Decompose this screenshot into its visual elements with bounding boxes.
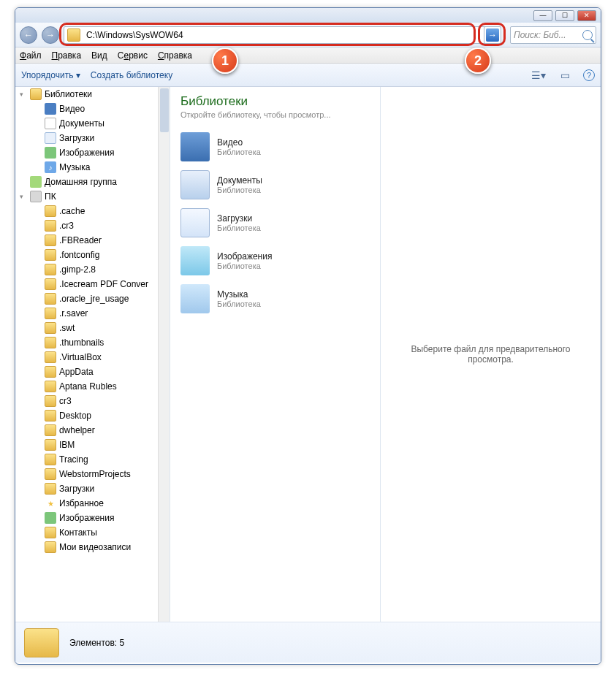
tree-item[interactable]: .fontconfig xyxy=(15,248,170,262)
library-type: Библиотека xyxy=(217,148,261,156)
go-button[interactable]: → xyxy=(486,28,499,42)
tree-item[interactable]: Изображения xyxy=(15,145,170,160)
menu-tools[interactable]: СервисСервис xyxy=(118,50,148,61)
fold-icon xyxy=(45,278,56,290)
library-name: Документы xyxy=(217,175,262,186)
library-icon xyxy=(180,284,210,313)
expand-icon[interactable]: ▾ xyxy=(20,91,27,98)
tree-item[interactable]: .oracle_jre_usage xyxy=(15,291,170,306)
tree-item-label: Музыка xyxy=(59,162,90,172)
tree-item[interactable]: Документы xyxy=(15,116,170,131)
library-item[interactable]: ВидеоБиблиотека xyxy=(180,128,370,166)
library-item[interactable]: ЗагрузкиБиблиотека xyxy=(180,204,370,242)
tree-item[interactable]: Aptana Rubles xyxy=(15,379,170,394)
tree-item[interactable]: ♪Музыка xyxy=(15,160,170,175)
tree-item[interactable]: .r.saver xyxy=(15,306,170,321)
navigation-tree: ▾БиблиотекиВидеоДокументыЗагрузкиИзображ… xyxy=(15,87,170,622)
tree-item[interactable]: cr3 xyxy=(15,394,170,408)
tree-item-label: .VirtualBox xyxy=(59,352,102,362)
toolbar: Упорядочить ▾ Создать библиотеку ☰▾ ▭ ? xyxy=(15,64,601,87)
tree-item-label: .cache xyxy=(59,206,85,216)
fold-icon xyxy=(45,541,56,553)
tree-item[interactable]: .Icecream PDF Conver xyxy=(15,277,170,291)
tree-item[interactable]: .swt xyxy=(15,321,170,335)
address-input[interactable] xyxy=(83,28,501,42)
organize-button[interactable]: Упорядочить ▾ xyxy=(21,70,80,80)
library-item[interactable]: ИзображенияБиблиотека xyxy=(180,242,370,280)
forward-button[interactable]: → xyxy=(42,26,59,44)
menu-file[interactable]: ФФайлайл xyxy=(20,50,42,61)
tree-item[interactable]: .cache xyxy=(15,204,170,218)
menu-bar: ФФайлайл ПравкаПравка ВидВид СервисСерви… xyxy=(15,47,601,64)
tree-scrollbar[interactable] xyxy=(158,87,170,622)
menu-help[interactable]: СправкаСправка xyxy=(158,50,192,61)
tree-item-label: Видео xyxy=(59,104,85,114)
tree-item-label: Изображения xyxy=(59,148,114,158)
library-item[interactable]: МузыкаБиблиотека xyxy=(180,280,370,318)
tree-item[interactable]: Изображения xyxy=(15,511,170,525)
page-subtitle: Откройте библиотеку, чтобы просмотр... xyxy=(180,110,370,119)
minimize-button[interactable]: — xyxy=(533,10,552,21)
tree-item[interactable]: .cr3 xyxy=(15,218,170,233)
tree-item[interactable]: .gimp-2.8 xyxy=(15,262,170,277)
address-bar[interactable] xyxy=(64,26,501,44)
tree-item[interactable]: Домашняя группа xyxy=(15,175,170,189)
library-name: Загрузки xyxy=(217,213,261,224)
fold-icon xyxy=(45,293,56,305)
tree-item[interactable]: IBM xyxy=(15,438,170,452)
tree-item-label: WebstormProjects xyxy=(59,469,131,479)
explorer-window: — ☐ ✕ ← → → Поиск: Биб... ФФайлайл Правк… xyxy=(15,7,601,665)
navigation-row: ← → → Поиск: Биб... xyxy=(15,23,601,47)
tree-item[interactable]: .VirtualBox xyxy=(15,350,170,365)
fold-icon xyxy=(45,205,56,217)
tree-item-label: Библиотеки xyxy=(45,89,92,99)
list-pane: Библиотеки Откройте библиотеку, чтобы пр… xyxy=(170,87,381,622)
library-name: Изображения xyxy=(217,251,272,262)
tree-item[interactable]: Загрузки xyxy=(15,481,170,496)
maximize-button[interactable]: ☐ xyxy=(555,10,574,21)
tree-item[interactable]: Desktop xyxy=(15,408,170,423)
pc-icon xyxy=(30,191,42,202)
view-mode-button[interactable]: ☰▾ xyxy=(531,67,547,83)
search-box[interactable]: Поиск: Биб... xyxy=(510,26,596,44)
star-icon: ★ xyxy=(45,497,56,509)
tree-item[interactable]: Tracing xyxy=(15,452,170,467)
tree-item[interactable]: Контакты xyxy=(15,525,170,540)
tree-item-label: Загрузки xyxy=(59,133,94,143)
tree-item[interactable]: dwhelper xyxy=(15,423,170,438)
tree-item[interactable]: .thumbnails xyxy=(15,335,170,350)
tree-item-label: .thumbnails xyxy=(59,338,104,348)
mus-icon: ♪ xyxy=(45,161,56,173)
back-button[interactable]: ← xyxy=(20,26,37,44)
library-icon xyxy=(180,132,210,161)
library-icon xyxy=(180,246,210,275)
tree-item[interactable]: ★Избранное xyxy=(15,496,170,511)
library-item[interactable]: ДокументыБиблиотека xyxy=(180,166,370,204)
library-type: Библиотека xyxy=(217,262,272,270)
tree-item[interactable]: WebstormProjects xyxy=(15,467,170,481)
new-library-button[interactable]: Создать библиотеку xyxy=(91,70,172,80)
menu-edit[interactable]: ПравкаПравка xyxy=(52,50,82,61)
fold-icon xyxy=(45,220,56,232)
preview-pane-button[interactable]: ▭ xyxy=(557,67,573,83)
search-placeholder: Поиск: Биб... xyxy=(514,30,566,40)
tree-item[interactable]: .FBReader xyxy=(15,233,170,248)
tree-item-label: Домашняя группа xyxy=(45,177,117,187)
home-icon xyxy=(30,176,42,188)
tree-item[interactable]: Загрузки xyxy=(15,131,170,145)
menu-view[interactable]: ВидВид xyxy=(91,50,107,61)
library-type: Библиотека xyxy=(217,300,261,308)
close-button[interactable]: ✕ xyxy=(577,10,596,21)
scrollbar-thumb[interactable] xyxy=(160,88,169,132)
library-icon xyxy=(180,170,210,199)
help-button[interactable]: ? xyxy=(583,69,595,81)
status-folder-icon xyxy=(24,628,59,657)
tree-item-label: IBM xyxy=(59,440,75,450)
tree-item[interactable]: Видео xyxy=(15,102,170,116)
tree-item[interactable]: ▾Библиотеки xyxy=(15,87,170,102)
tree-item[interactable]: ▾ПК xyxy=(15,189,170,204)
tree-item[interactable]: AppData xyxy=(15,365,170,379)
expand-icon[interactable]: ▾ xyxy=(20,193,27,200)
tree-item-label: .fontconfig xyxy=(59,250,99,260)
tree-item[interactable]: Мои видеозаписи xyxy=(15,540,170,554)
